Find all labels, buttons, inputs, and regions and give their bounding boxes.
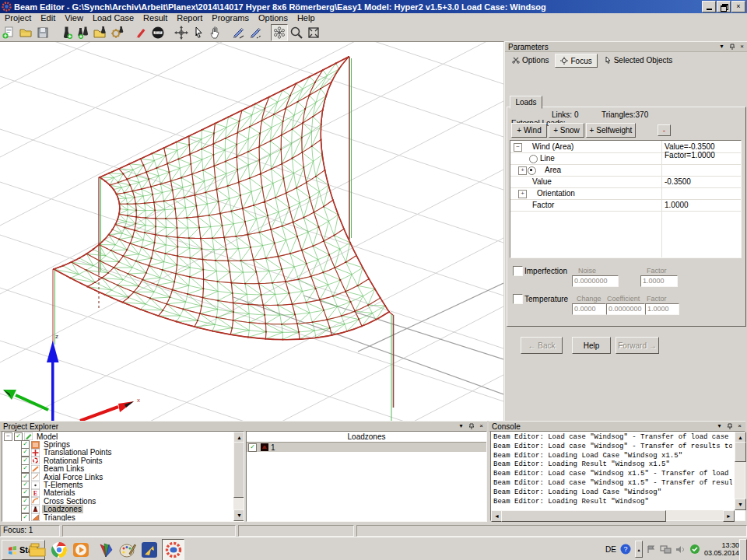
add-selfweight-button[interactable]: + Selfweight bbox=[586, 123, 636, 138]
temperature-factor-field[interactable]: 1.0000 bbox=[645, 303, 679, 315]
imperfection-checkbox[interactable] bbox=[513, 266, 523, 276]
fit-view-icon[interactable] bbox=[305, 24, 322, 41]
menu-item-help[interactable]: Help bbox=[293, 13, 320, 23]
move-view-icon[interactable] bbox=[173, 24, 190, 41]
visibility-checkbox[interactable]: ✓ bbox=[21, 464, 30, 473]
menu-item-options[interactable]: Options bbox=[254, 13, 293, 23]
dock-pin-icon[interactable] bbox=[728, 43, 736, 51]
model-tree[interactable]: −✓Model✓Springs✓Translational Points✓Rot… bbox=[2, 431, 244, 522]
loadzones-list[interactable]: Loadzones ✓ 1 bbox=[246, 431, 487, 522]
dock-close-icon[interactable]: × bbox=[738, 43, 746, 51]
taskbar-paint-button[interactable] bbox=[118, 541, 137, 559]
dock-menu-icon[interactable]: ▾ bbox=[715, 422, 724, 430]
coefficient-field[interactable]: 0.0000000 bbox=[606, 303, 645, 315]
visibility-checkbox[interactable]: ✓ bbox=[21, 481, 30, 489]
visibility-checkbox[interactable]: ✓ bbox=[21, 513, 30, 522]
menu-item-load-case[interactable]: Load Case bbox=[88, 13, 139, 23]
restore-button[interactable] bbox=[717, 1, 731, 12]
tab-selected-objects[interactable]: Selected Objects bbox=[599, 54, 678, 66]
tree-row[interactable]: Factor1.0000 bbox=[510, 199, 741, 212]
console-vertical-scrollbar[interactable]: ▲ ▼ bbox=[735, 432, 745, 510]
visibility-checkbox[interactable]: ✓ bbox=[21, 488, 30, 497]
tree-row[interactable]: Line bbox=[510, 152, 741, 165]
scrollbar-thumb[interactable] bbox=[233, 442, 244, 498]
visibility-checkbox[interactable]: ✓ bbox=[21, 440, 30, 449]
language-indicator[interactable]: DE bbox=[605, 545, 616, 554]
radio-line[interactable] bbox=[529, 155, 538, 163]
taskbar-beam-editor-button[interactable] bbox=[162, 539, 184, 560]
tray-clock[interactable]: 13:30 03.05.2014 bbox=[704, 541, 739, 557]
tab-loads[interactable]: Loads bbox=[510, 96, 542, 109]
network-tray-icon[interactable] bbox=[660, 544, 672, 555]
expand-icon[interactable]: − bbox=[514, 143, 522, 152]
open-load-case-icon[interactable] bbox=[92, 24, 109, 41]
tree-row[interactable]: −Wind (Area)Value=-0.3500 Factor=1.0000 bbox=[510, 141, 741, 153]
tree-row[interactable]: Value-0.3500 bbox=[510, 176, 741, 188]
add-load-cases-icon[interactable] bbox=[75, 24, 92, 41]
tree-row[interactable]: +Orientation bbox=[510, 187, 741, 200]
radio-area[interactable] bbox=[528, 166, 536, 175]
close-button[interactable]: × bbox=[731, 1, 745, 12]
scroll-down-icon[interactable]: ▼ bbox=[233, 509, 244, 521]
back-button[interactable]: ← Back bbox=[521, 337, 563, 354]
menu-item-project[interactable]: Project bbox=[0, 13, 36, 23]
tree-item-rotational-points[interactable]: ✓Rotational Points bbox=[4, 457, 233, 464]
taskbar-chrome-button[interactable] bbox=[50, 541, 68, 559]
console-output[interactable]: Beam Editor: Load case "Windsog" - Trans… bbox=[490, 431, 745, 521]
tree-item-model[interactable]: −✓Model bbox=[4, 432, 233, 440]
tree-item-cross-sections[interactable]: ✓Cross Sections bbox=[4, 497, 233, 505]
expand-icon[interactable]: + bbox=[518, 190, 527, 198]
project-explorer-title-bar[interactable]: Project Explorer ▾ × bbox=[0, 421, 487, 432]
forward-button[interactable]: Forward → bbox=[615, 337, 659, 354]
remove-load-button[interactable]: - bbox=[658, 124, 671, 136]
add-load-case-icon[interactable] bbox=[58, 24, 75, 41]
add-snow-button[interactable]: + Snow bbox=[549, 123, 584, 138]
parameters-title-bar[interactable]: Parameters ▾ × bbox=[505, 41, 747, 52]
taskbar-media-player-button[interactable] bbox=[72, 541, 90, 559]
draw-link-icon[interactable] bbox=[230, 24, 247, 41]
dock-menu-icon[interactable]: ▾ bbox=[457, 422, 465, 430]
focus-neighbors-icon[interactable] bbox=[271, 24, 288, 41]
visibility-checkbox[interactable]: ✓ bbox=[21, 497, 30, 506]
dock-menu-icon[interactable]: ▾ bbox=[717, 43, 726, 51]
tab-focus[interactable]: Focus bbox=[555, 54, 597, 68]
loadzone-row[interactable]: ✓ 1 bbox=[247, 443, 486, 452]
dock-pin-icon[interactable] bbox=[725, 422, 734, 430]
flag-tray-icon[interactable] bbox=[647, 544, 656, 555]
save-project-icon[interactable] bbox=[34, 24, 51, 41]
window-title-bar[interactable]: Beam Editor - G:\Synch\Archiv\Arbeit\Pla… bbox=[0, 0, 747, 13]
help-button[interactable]: Help bbox=[572, 337, 611, 354]
security-tray-icon[interactable] bbox=[689, 544, 700, 555]
menu-item-view[interactable]: View bbox=[60, 13, 88, 23]
change-field[interactable]: 0.0000 bbox=[572, 303, 606, 315]
taskbar-chart-app-button[interactable] bbox=[96, 541, 115, 559]
tree-item-axial-force-links[interactable]: ✓Axial Force Links bbox=[4, 473, 233, 481]
menu-item-programs[interactable]: Programs bbox=[207, 13, 254, 23]
dock-pin-icon[interactable] bbox=[467, 422, 475, 430]
taskbar-cad-app-button[interactable] bbox=[140, 541, 159, 559]
tree-row[interactable]: +Area bbox=[510, 164, 741, 177]
menu-item-result[interactable]: Result bbox=[139, 13, 172, 23]
visibility-checkbox[interactable]: ✓ bbox=[21, 473, 30, 481]
visibility-checkbox[interactable]: ✓ bbox=[21, 457, 30, 465]
scrollbar-thumb[interactable] bbox=[735, 442, 746, 462]
tree-item-loadzones[interactable]: ✓Loadzones bbox=[4, 506, 233, 513]
show-desktop-button[interactable] bbox=[739, 539, 747, 560]
new-project-icon[interactable] bbox=[0, 24, 17, 41]
tree-item-beam-links[interactable]: ✓Beam Links bbox=[4, 465, 233, 473]
edit-pen-icon[interactable] bbox=[132, 24, 149, 41]
imperfection-factor-field[interactable]: 1.0000 bbox=[640, 275, 678, 287]
noise-field[interactable]: 0.0000000 bbox=[572, 275, 619, 287]
expand-icon[interactable]: − bbox=[4, 432, 12, 441]
scroll-down-icon[interactable]: ▼ bbox=[735, 499, 746, 510]
expand-icon[interactable]: + bbox=[518, 166, 527, 175]
dock-close-icon[interactable]: × bbox=[735, 422, 744, 430]
menu-item-edit[interactable]: Edit bbox=[36, 13, 60, 23]
menu-item-report[interactable]: Report bbox=[172, 13, 207, 23]
open-project-icon[interactable] bbox=[17, 24, 34, 41]
tree-item-triangles[interactable]: ✓Triangles bbox=[4, 513, 233, 521]
temperature-checkbox[interactable] bbox=[513, 294, 523, 304]
tab-options[interactable]: Options bbox=[507, 54, 553, 66]
structure-canvas[interactable]: zx bbox=[0, 42, 503, 421]
select-cursor-icon[interactable] bbox=[190, 24, 207, 41]
